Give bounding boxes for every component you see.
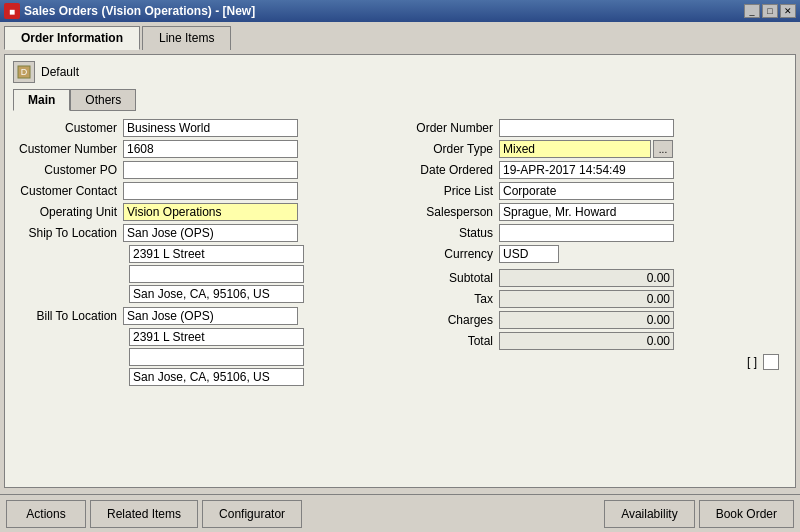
sub-tab-main[interactable]: Main (13, 89, 70, 111)
left-form: Customer Customer Number Customer PO Cus… (13, 119, 393, 390)
price-list-input[interactable] (499, 182, 674, 200)
main-container: Order Information Line Items D Default M… (0, 22, 800, 494)
salesperson-row: Salesperson (409, 203, 787, 221)
bill-to-addr1-input[interactable] (129, 328, 304, 346)
customer-po-input[interactable] (123, 161, 298, 179)
tab-order-information[interactable]: Order Information (4, 26, 140, 50)
toolbar-row: D Default (13, 61, 787, 83)
date-ordered-label: Date Ordered (409, 163, 499, 177)
ship-to-addr3-input[interactable] (129, 285, 304, 303)
charges-input[interactable] (499, 311, 674, 329)
bill-to-location-input[interactable] (123, 307, 298, 325)
subtotal-row: Subtotal (409, 269, 787, 287)
total-input[interactable] (499, 332, 674, 350)
default-icon[interactable]: D (13, 61, 35, 83)
operating-unit-row: Operating Unit (13, 203, 393, 221)
toolbar-default-label: Default (41, 65, 79, 79)
customer-po-row: Customer PO (13, 161, 393, 179)
order-type-input[interactable] (499, 140, 651, 158)
price-list-label: Price List (409, 184, 499, 198)
currency-input[interactable] (499, 245, 559, 263)
customer-number-row: Customer Number (13, 140, 393, 158)
customer-number-label: Customer Number (13, 142, 123, 156)
ship-to-group: Ship To Location (13, 224, 393, 303)
bill-to-addr3-input[interactable] (129, 368, 304, 386)
top-tabs: Order Information Line Items (4, 26, 796, 50)
customer-contact-input[interactable] (123, 182, 298, 200)
minimize-button[interactable]: _ (744, 4, 760, 18)
currency-label: Currency (409, 247, 499, 261)
customer-number-input[interactable] (123, 140, 298, 158)
subtotal-input[interactable] (499, 269, 674, 287)
customer-row: Customer (13, 119, 393, 137)
bill-to-location-row: Bill To Location (13, 307, 393, 325)
salesperson-input[interactable] (499, 203, 674, 221)
order-type-ellipsis-button[interactable]: ... (653, 140, 673, 158)
bill-to-addr1-row (13, 328, 393, 346)
tax-input[interactable] (499, 290, 674, 308)
bill-to-addr2-input[interactable] (129, 348, 304, 366)
order-number-label: Order Number (409, 121, 499, 135)
bottom-bar: Actions Related Items Configurator Avail… (0, 494, 800, 532)
order-type-label: Order Type (409, 142, 499, 156)
ship-to-addr3-row (13, 285, 393, 303)
date-ordered-row: Date Ordered (409, 161, 787, 179)
ship-to-addr2-input[interactable] (129, 265, 304, 283)
ship-to-location-row: Ship To Location (13, 224, 393, 242)
app-icon: ■ (4, 3, 20, 19)
title-bar-left: ■ Sales Orders (Vision Operations) - [Ne… (4, 3, 255, 19)
order-number-input[interactable] (499, 119, 674, 137)
order-number-row: Order Number (409, 119, 787, 137)
window-title: Sales Orders (Vision Operations) - [New] (24, 4, 255, 18)
book-order-button[interactable]: Book Order (699, 500, 794, 528)
customer-contact-label: Customer Contact (13, 184, 123, 198)
content-panel: D Default Main Others Customer Custo (4, 54, 796, 488)
total-row: Total (409, 332, 787, 350)
checkbox[interactable] (763, 354, 779, 370)
sub-tab-others[interactable]: Others (70, 89, 136, 111)
bill-to-group: Bill To Location (13, 307, 393, 386)
maximize-button[interactable]: □ (762, 4, 778, 18)
order-type-row: Order Type ... (409, 140, 787, 158)
close-button[interactable]: ✕ (780, 4, 796, 18)
right-form: Order Number Order Type ... Date Ordered… (409, 119, 787, 390)
price-list-row: Price List (409, 182, 787, 200)
sub-tabs: Main Others (13, 89, 787, 111)
tax-row: Tax (409, 290, 787, 308)
currency-row: Currency (409, 245, 787, 263)
tab-line-items[interactable]: Line Items (142, 26, 231, 50)
configurator-button[interactable]: Configurator (202, 500, 302, 528)
svg-text:D: D (21, 67, 28, 77)
numeric-section: Subtotal Tax Charges Total (409, 269, 787, 350)
bracket-label: [ ] (747, 355, 757, 369)
related-items-button[interactable]: Related Items (90, 500, 198, 528)
date-ordered-input[interactable] (499, 161, 674, 179)
status-input[interactable] (499, 224, 674, 242)
bottom-right-area: [ ] (409, 354, 787, 370)
subtotal-label: Subtotal (409, 271, 499, 285)
ship-to-label: Ship To Location (13, 226, 123, 240)
customer-po-label: Customer PO (13, 163, 123, 177)
bill-to-label: Bill To Location (13, 309, 123, 323)
charges-row: Charges (409, 311, 787, 329)
ship-to-location-input[interactable] (123, 224, 298, 242)
salesperson-label: Salesperson (409, 205, 499, 219)
operating-unit-input[interactable] (123, 203, 298, 221)
bill-to-addr3-row (13, 368, 393, 386)
customer-input[interactable] (123, 119, 298, 137)
form-area: Customer Customer Number Customer PO Cus… (13, 119, 787, 390)
operating-unit-label: Operating Unit (13, 205, 123, 219)
availability-button[interactable]: Availability (604, 500, 694, 528)
status-row: Status (409, 224, 787, 242)
window-controls: _ □ ✕ (744, 4, 796, 18)
bill-to-addr2-row (13, 348, 393, 366)
status-label: Status (409, 226, 499, 240)
ship-to-addr1-input[interactable] (129, 245, 304, 263)
ship-to-addr1-row (13, 245, 393, 263)
customer-contact-row: Customer Contact (13, 182, 393, 200)
charges-label: Charges (409, 313, 499, 327)
title-bar: ■ Sales Orders (Vision Operations) - [Ne… (0, 0, 800, 22)
actions-button[interactable]: Actions (6, 500, 86, 528)
tax-label: Tax (409, 292, 499, 306)
order-type-container: ... (499, 140, 673, 158)
